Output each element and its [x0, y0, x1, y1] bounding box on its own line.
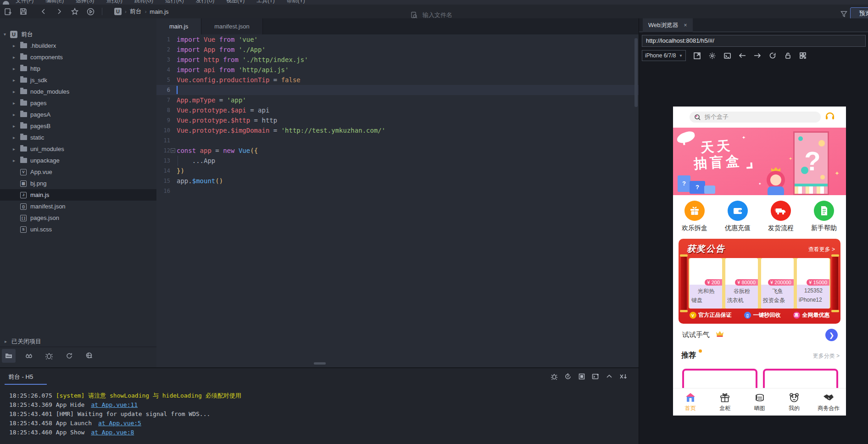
- log-source-link[interactable]: at App.vue:11: [91, 401, 138, 408]
- tree-item-manifestjson[interactable]: {}manifest.json: [0, 201, 156, 212]
- menu-item[interactable]: 查找(I): [106, 0, 122, 5]
- tree-item-uniscss[interactable]: Suni.scss: [0, 224, 156, 235]
- prize-card[interactable]: ¥ 80000谷朊粉洗衣机: [725, 258, 758, 309]
- prize-card[interactable]: ¥ 200光和热键盘: [690, 258, 722, 309]
- refresh-icon[interactable]: [768, 51, 777, 60]
- debug-icon[interactable]: [551, 373, 558, 382]
- files-tab-icon[interactable]: [2, 349, 16, 363]
- menu-item[interactable]: 选择(S): [76, 0, 94, 5]
- customer-service-icon[interactable]: [824, 111, 835, 124]
- code-line[interactable]: 12−const app = new Vue({: [156, 146, 639, 156]
- tree-item-pagesjson[interactable]: [ ]pages.json: [0, 212, 156, 224]
- code-line[interactable]: 7App.mpType = 'app': [156, 95, 639, 105]
- tree-root-project[interactable]: ▾U前台: [0, 28, 156, 40]
- nav-forward-icon[interactable]: [753, 51, 762, 60]
- editor-scrollbar[interactable]: [634, 38, 638, 107]
- tab-home[interactable]: 首页: [673, 388, 707, 416]
- shortcut-truck[interactable]: 发货流程: [759, 195, 802, 237]
- log-source-link[interactable]: at App.vue:8: [91, 429, 134, 436]
- code-line[interactable]: 8Vue.prototype.$api = api: [156, 105, 639, 115]
- prize-card[interactable]: ¥ 200000飞鱼投资金条: [761, 258, 794, 309]
- menu-item[interactable]: 跳转(G): [134, 0, 153, 5]
- forward-button[interactable]: [51, 6, 67, 17]
- tree-item-pages[interactable]: ▸pages: [0, 97, 156, 109]
- code-line[interactable]: 6: [156, 85, 639, 95]
- settings-gear-icon[interactable]: [707, 51, 717, 60]
- lock-icon[interactable]: [783, 51, 792, 60]
- tree-item-Appvue[interactable]: VApp.vue: [0, 166, 156, 178]
- save-button[interactable]: [16, 6, 31, 17]
- menu-item[interactable]: 发行(U): [196, 0, 215, 5]
- code-line[interactable]: 16: [156, 186, 639, 196]
- announcement-more-link[interactable]: 查看更多 >: [808, 246, 835, 253]
- code-line[interactable]: 13 ...App: [156, 156, 639, 166]
- tree-item-pagesB[interactable]: ▸pagesB: [0, 120, 156, 132]
- tree-item-unimodules[interactable]: ▸uni_modules: [0, 143, 156, 155]
- code-line[interactable]: 5Vue.config.productionTip = false: [156, 75, 639, 85]
- more-categories-link[interactable]: 更多分类 >: [813, 352, 840, 360]
- clear-log-icon[interactable]: [619, 373, 628, 382]
- close-icon[interactable]: ×: [684, 22, 687, 28]
- h5-preview-viewport[interactable]: 拆个盒子 ✦ ✦ ✦ ✦ 天天 抽盲盒 ?: [673, 107, 846, 416]
- closed-projects-section[interactable]: ▸ 已关闭项目: [0, 336, 156, 347]
- stop-icon[interactable]: [578, 373, 585, 382]
- tree-item-bjpng[interactable]: ▨bj.png: [0, 178, 156, 189]
- code-line[interactable]: 15app.$mount(): [156, 176, 639, 186]
- tree-item-static[interactable]: ▸static: [0, 132, 156, 143]
- tree-item-hbuilderx[interactable]: ▸.hbuilderx: [0, 40, 156, 51]
- editor-tab-main.js[interactable]: main.js: [156, 18, 201, 34]
- preview-button[interactable]: 预览: [850, 7, 868, 19]
- code-editor[interactable]: main.jsmanifest.json 1import Vue from 'v…: [156, 18, 639, 367]
- web-tab-icon[interactable]: [83, 349, 96, 363]
- fold-icon[interactable]: −: [171, 148, 175, 153]
- go-arrow-button[interactable]: ❯: [825, 329, 838, 341]
- tree-item-unpackage[interactable]: ▸unpackage: [0, 155, 156, 166]
- tab-bear[interactable]: 我的: [777, 388, 811, 416]
- prize-card[interactable]: ¥ 15000125352iPhone12: [797, 258, 829, 309]
- tree-item-components[interactable]: ▸components: [0, 51, 156, 63]
- tab-photo[interactable]: 晒图: [742, 388, 777, 416]
- tab-hands[interactable]: 商务合作: [812, 388, 846, 416]
- search-tab-icon[interactable]: [22, 349, 36, 363]
- tab-box[interactable]: 盒柜: [707, 388, 742, 416]
- debug-tab-icon[interactable]: [42, 349, 56, 363]
- nav-back-icon[interactable]: [738, 51, 747, 60]
- shortcut-doc[interactable]: 新手帮助: [802, 195, 846, 237]
- run-button[interactable]: [83, 6, 98, 17]
- url-input[interactable]: http://localhost:8081/h5/#/: [642, 35, 866, 47]
- browser-tab[interactable]: Web浏览器 ×: [643, 18, 693, 32]
- shortcut-gift[interactable]: 欢乐拆盒: [673, 195, 716, 237]
- tree-item-http[interactable]: ▸http: [0, 63, 156, 74]
- devtools-console-icon[interactable]: [723, 51, 732, 60]
- qr-code-icon[interactable]: [798, 51, 807, 60]
- panel-splitter-handle[interactable]: [314, 362, 326, 365]
- breadcrumb-file[interactable]: main.js: [150, 8, 168, 15]
- tree-item-mainjs[interactable]: Jmain.js: [0, 189, 156, 201]
- code-line[interactable]: 3import http from './http/index.js': [156, 55, 639, 65]
- menu-item[interactable]: 工具(T): [256, 0, 274, 5]
- code-line[interactable]: 14}): [156, 166, 639, 176]
- menu-item[interactable]: 帮助(Y): [287, 0, 305, 5]
- editor-tab-manifest.json[interactable]: manifest.json: [201, 18, 263, 34]
- new-file-button[interactable]: [0, 6, 16, 17]
- collapse-up-icon[interactable]: [606, 373, 613, 382]
- menu-item[interactable]: 视图(V): [226, 0, 245, 5]
- tree-item-jssdk[interactable]: ▸js_sdk: [0, 74, 156, 86]
- log-source-link[interactable]: at App.vue:5: [98, 420, 141, 427]
- back-button[interactable]: [36, 6, 51, 17]
- menu-item[interactable]: 编辑(E): [45, 0, 64, 5]
- open-external-icon[interactable]: [692, 51, 701, 60]
- code-line[interactable]: 9Vue.prototype.$http = http: [156, 115, 639, 125]
- shortcut-wallet[interactable]: 优惠充值: [716, 195, 759, 237]
- code-line[interactable]: 2import App from './App': [156, 45, 639, 55]
- code-line[interactable]: 10Vue.prototype.$imgDomain = 'http://tes…: [156, 125, 639, 135]
- restart-icon[interactable]: [564, 373, 572, 382]
- app-search-bar[interactable]: 拆个盒子: [690, 112, 821, 123]
- sync-tab-icon[interactable]: [62, 349, 76, 363]
- device-select[interactable]: iPhone 6/7/8 ▼: [642, 50, 686, 61]
- code-line[interactable]: 11: [156, 135, 639, 146]
- code-line[interactable]: 4import api from 'http/api.js': [156, 65, 639, 75]
- code-line[interactable]: 1import Vue from 'vue': [156, 34, 639, 45]
- breadcrumb-project[interactable]: 前台: [130, 7, 142, 16]
- terminal-add-icon[interactable]: [592, 373, 599, 382]
